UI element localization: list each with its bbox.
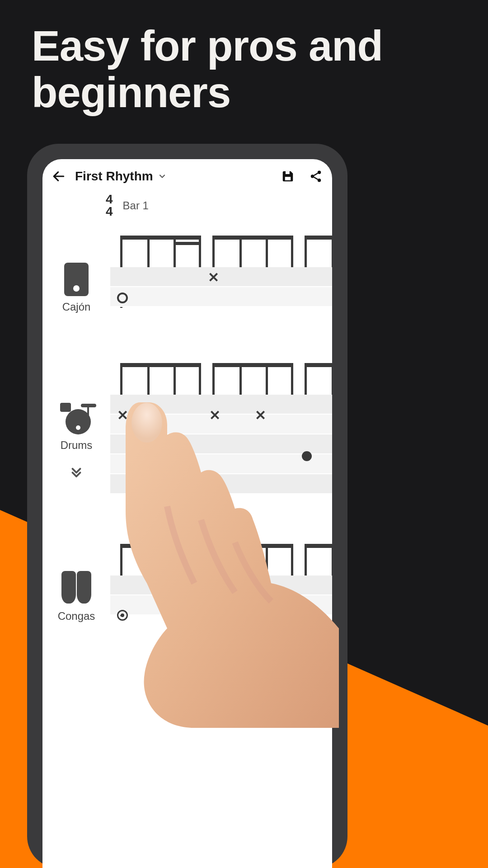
instrument-button-cajon[interactable]: Cajón [42, 236, 110, 313]
track-congas: Congas [42, 544, 332, 623]
phone-frame: First Rhythm 4 4 Bar 1 [27, 144, 347, 868]
svg-point-4 [311, 175, 314, 178]
svg-rect-1 [285, 177, 291, 180]
instrument-label: Congas [58, 610, 95, 623]
svg-rect-2 [286, 171, 290, 174]
note-filled[interactable] [302, 451, 312, 461]
track-drums: Drums [42, 363, 332, 494]
save-button[interactable] [278, 166, 298, 186]
instrument-label: Cajón [62, 301, 91, 313]
congas-icon [60, 571, 93, 605]
cajon-icon [64, 263, 89, 296]
share-button[interactable] [306, 166, 326, 186]
promo-stage: Easy for pros and beginners First Rhythm [0, 0, 488, 868]
drums-icon [58, 403, 94, 434]
chevron-down-icon [158, 172, 167, 181]
beam-row [110, 236, 332, 267]
instrument-button-drums[interactable]: Drums [42, 363, 110, 494]
note-x[interactable]: ✕ [117, 407, 128, 423]
project-title: First Rhythm [75, 169, 153, 184]
promo-headline: Easy for pros and beginners [32, 23, 470, 116]
beam-row [110, 363, 332, 395]
time-signature[interactable]: 4 4 [106, 193, 113, 217]
project-title-dropdown[interactable]: First Rhythm [75, 169, 272, 184]
notation-area-drums[interactable]: ✕ ✕ ✕ [110, 363, 332, 494]
note-x[interactable]: ✕ [255, 407, 266, 423]
svg-point-5 [318, 179, 321, 182]
notation-area-congas[interactable] [110, 544, 332, 623]
save-icon [281, 170, 295, 183]
notation-area-cajon[interactable]: ✕ [110, 236, 332, 313]
arrow-left-icon [52, 169, 66, 184]
instrument-button-congas[interactable]: Congas [42, 544, 110, 623]
share-icon [309, 170, 323, 183]
back-button[interactable] [49, 166, 69, 186]
svg-point-3 [318, 171, 321, 175]
expand-track-button[interactable] [69, 464, 84, 481]
timesig-bottom: 4 [106, 206, 113, 218]
app-screen: First Rhythm 4 4 Bar 1 [42, 159, 332, 868]
instrument-label: Drums [61, 439, 93, 452]
bar-label: Bar 1 [123, 199, 149, 212]
track-cajon: Cajón [42, 236, 332, 313]
double-chevron-down-icon [69, 464, 84, 480]
note-x[interactable]: ✕ [209, 407, 221, 423]
note-open-circle[interactable] [117, 292, 128, 303]
timesig-top: 4 [106, 193, 113, 206]
app-header: First Rhythm [42, 159, 332, 191]
bar-meta-row: 4 4 Bar 1 [42, 193, 332, 217]
note-target[interactable] [117, 610, 128, 621]
beam-row [110, 544, 332, 576]
note-x[interactable]: ✕ [208, 269, 219, 285]
